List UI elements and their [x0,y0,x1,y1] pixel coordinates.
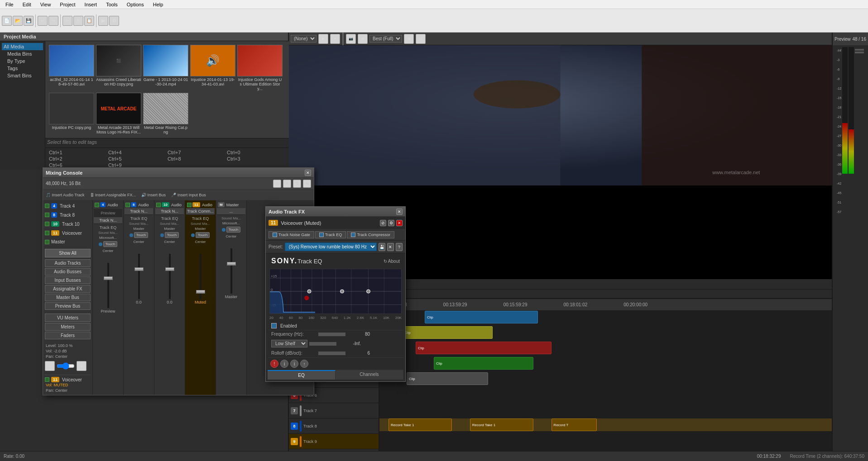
voiceover-check[interactable] [45,231,49,235]
media-item-3[interactable]: 🔊 Injustice 2014-01-13 19-34-41-03.avi [190,45,235,91]
ch10-touch-btn[interactable]: Touch [165,232,179,238]
ch11-touch-btn[interactable]: Touch [196,232,210,238]
preset-delete-button[interactable]: ✕ [387,243,394,251]
ch10-fader-knob[interactable] [165,267,174,271]
menu-project[interactable]: Project [58,1,77,8]
preset-help-button[interactable]: ? [396,243,403,251]
mc-tb-3[interactable]: ⇅ [293,180,301,188]
save-button[interactable]: 💾 [24,16,34,26]
video-tb-btn-2[interactable]: ✕ [330,34,340,44]
fx-settings-button[interactable]: ⚙ [388,220,394,226]
mc-close-button[interactable]: ✕ [305,170,311,176]
mc-tb-1[interactable]: ⊞ [273,180,281,188]
preview-bus-button[interactable]: Preview Bus [45,302,91,310]
ch11-fader-knob[interactable] [196,290,205,294]
zoom-slider[interactable] [57,362,75,370]
media-item-5[interactable]: Injustice PC copy.png [49,93,94,134]
tree-item-by-type[interactable]: By Type [2,57,43,65]
master-bus-button[interactable]: Master Bus [45,294,91,301]
render-button[interactable]: ▶ [98,16,108,26]
ch8-check[interactable] [125,203,130,207]
ch8-touch-btn[interactable]: Touch [134,232,148,238]
undo-button[interactable]: ↩ [38,16,48,26]
preset-save-button[interactable]: 💾 [379,243,385,251]
fx-close-button[interactable]: ✕ [396,209,403,215]
none-select[interactable]: (None) [291,35,317,43]
mc-tb-4[interactable]: ⇆ [303,180,311,188]
chM-touch-btn[interactable]: Touch [226,227,240,233]
paste-button[interactable]: 📋 [84,16,94,26]
menu-view[interactable]: View [38,1,53,8]
menu-file[interactable]: File [4,1,15,8]
eq-error-icon[interactable]: ! [270,360,278,368]
video-tb-btn-1[interactable]: ▶ [318,34,328,44]
mc-insert-audio-track[interactable]: 🎵 Insert Audio Track [46,193,85,197]
clip-4[interactable]: Clip [434,357,533,370]
meters-button[interactable]: Meters [45,323,91,331]
clip-2[interactable]: Clip [402,326,493,339]
eq-info-icon-2[interactable]: i [290,360,298,368]
video-tb-btn-4[interactable]: ⊕ [358,34,368,44]
clip-5[interactable]: Clip [407,372,488,385]
tree-item-smart-bins[interactable]: Smart Bins [2,72,43,79]
ch10-eq[interactable]: Track EQ [155,216,184,221]
input-busses-button[interactable]: Input Busses [45,276,91,284]
ch8-fader-knob[interactable] [134,267,144,271]
record-take-1[interactable]: Record Take 1 [388,418,452,431]
show-all-button[interactable]: Show All [45,249,91,257]
audio-tracks-button[interactable]: Audio Tracks [45,259,91,267]
fx-toggle-noise-gate[interactable]: Track Noise Gate [269,231,314,238]
tree-item-all-media[interactable]: All Media [2,43,43,50]
media-item-2[interactable]: Game - 1 2013-10-24 01-30-24.mp4 [143,45,188,91]
fx-toggle-compressor[interactable]: Track Compressor [347,231,394,238]
eq-info-icon-3[interactable]: ↑ [300,360,308,368]
mc-insert-assignable-fx[interactable]: 🎛 Insert Assignable FX... [90,193,136,197]
eq-filter-type-dropdown[interactable]: Low Shelf [271,340,307,347]
master-check[interactable] [45,240,49,244]
eq-graph[interactable]: +15 0 -15 [269,269,402,314]
track-8-check[interactable] [45,213,49,217]
audio-busses-button[interactable]: Audio Busses [45,268,91,276]
new-button[interactable]: 📄 [2,16,12,26]
tree-item-media-bins[interactable]: Media Bins [2,50,43,57]
fx-bypass-button[interactable]: ⊘ [380,220,386,226]
fx-toggle-track-eq[interactable]: Track EQ [315,231,346,238]
ch4-check[interactable] [95,203,99,207]
clip-3[interactable]: Clip [416,342,551,354]
mc-tb-2[interactable]: ≡ [283,180,291,188]
eq-enabled-check[interactable] [271,323,277,328]
fx-power-button[interactable]: ✕ [396,220,403,226]
cut-button[interactable]: ✂ [62,16,72,26]
properties-button[interactable]: ⚙ [109,16,119,26]
menu-edit[interactable]: Edit [21,1,33,8]
about-label[interactable]: ↻ About [384,259,400,264]
open-button[interactable]: 📂 [13,16,23,26]
quality-select[interactable]: Best (Full) [369,35,402,43]
faders-button[interactable]: Faders [45,332,91,339]
clip-1[interactable]: Clip [425,311,538,323]
media-item-0[interactable]: ac3hd_32.2014-01-14 18-49-57-80.avi [49,45,94,91]
track-10-check[interactable] [45,222,49,226]
eq-info-icon-1[interactable]: i [280,360,288,368]
copy-button[interactable]: ⎘ [73,16,83,26]
preset-dropdown[interactable]: (Sys) Remove low rumble below 80 Hz [285,242,377,251]
media-item-4[interactable]: Injustice Gods Among Us Ultimate Edition… [237,45,283,91]
ch4-touch-btn[interactable]: Touch [103,241,117,247]
menu-insert[interactable]: Insert [83,1,99,8]
video-tb-btn-5[interactable]: ⊞ [404,34,414,44]
track-4-check[interactable] [45,204,49,208]
media-item-1[interactable]: ⬛ Assassins Creed Liberation HD copy.png [96,45,141,91]
menu-options[interactable]: Options [125,1,146,8]
eq-freq-slider[interactable] [318,333,345,336]
eq-gain-slider[interactable] [309,342,336,346]
menu-tools[interactable]: Tools [104,1,120,8]
vu-meters-button[interactable]: VU Meters [45,314,91,322]
eq-rolloff-slider[interactable] [318,352,345,355]
assignable-fx-button[interactable]: Assignable FX [45,285,91,293]
voiceover-lower-check[interactable] [45,377,49,382]
ch10-check[interactable] [156,203,161,207]
ch11-check[interactable] [187,203,192,207]
media-item-7[interactable]: Metal Gear Rising Cat.png [143,93,188,134]
tree-item-tags[interactable]: Tags [2,65,43,72]
ch11-eq[interactable]: Track EQ [186,216,215,221]
